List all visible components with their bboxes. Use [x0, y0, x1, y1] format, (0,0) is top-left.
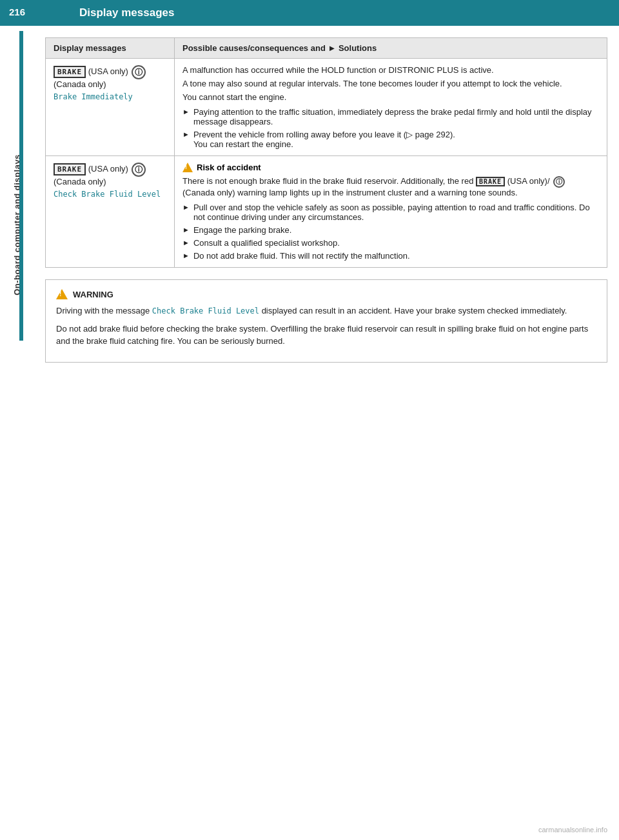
causes-col-1: A malfunction has occurred while the HOL…	[175, 59, 607, 156]
bullet-text-1-2: Prevent the vehicle from rolling away be…	[193, 130, 455, 149]
circle-i-inline: ⓘ	[553, 176, 565, 188]
display-message-1: Brake Immediately	[54, 92, 133, 101]
arrow-icon-5: ►	[182, 239, 190, 246]
warning-para-2: Do not add brake fluid before checking t…	[56, 323, 596, 348]
col-header-causes: Possible causes/consequences and ► Solut…	[175, 38, 607, 59]
brake-badge-text: BRAKE	[54, 66, 86, 78]
cause-intro-2: There is not enough brake fluid in the b…	[182, 176, 599, 197]
main-content: Display messages Possible causes/consequ…	[34, 26, 619, 374]
bullet-1-1: ► Paying attention to the traffic situat…	[182, 107, 599, 126]
table-row: BRAKE (USA only) ⓘ (Canada only) Brake I…	[46, 59, 607, 156]
arrow-icon-3: ►	[182, 203, 190, 211]
circle-i-icon-1: ⓘ	[132, 65, 146, 79]
col-header-display: Display messages	[46, 38, 175, 59]
cause-intro-1: A malfunction has occurred while the HOL…	[182, 65, 599, 75]
arrow-icon-2: ►	[182, 130, 190, 138]
arrow-icon-6: ►	[182, 252, 190, 259]
arrow-icon-4: ►	[182, 226, 190, 234]
risk-of-accident-header: ! Risk of accident	[182, 163, 599, 172]
warning-code-text: Check Brake Fluid Level	[152, 306, 259, 315]
bullet-text-2-3: Consult a qualified specialist workshop.	[193, 238, 340, 248]
bullet-2-2: ► Engage the parking brake.	[182, 225, 599, 235]
bullet-text-2-1: Pull over and stop the vehicle safely as…	[193, 203, 599, 222]
brake-badge-inline: BRAKE	[476, 177, 505, 186]
header-bar: 216 Display messages	[0, 0, 619, 26]
bullet-text-2-4: Do not add brake fluid. This will not re…	[193, 251, 410, 261]
page-title: Display messages	[68, 0, 619, 26]
display-col-2: BRAKE (USA only) ⓘ (Canada only) Check B…	[46, 156, 175, 268]
arrow-icon-1: ►	[182, 108, 190, 115]
sidebar-accent-bar	[19, 31, 23, 341]
cause-para2-1: A tone may also sound at regular interva…	[182, 79, 599, 88]
warning-triangle-icon: !	[182, 163, 193, 172]
table-row: BRAKE (USA only) ⓘ (Canada only) Check B…	[46, 156, 607, 268]
bullet-2-1: ► Pull over and stop the vehicle safely …	[182, 203, 599, 222]
display-message-2: Check Brake Fluid Level	[54, 190, 161, 199]
circle-i-icon-2: ⓘ	[132, 163, 146, 177]
bullet-1-2: ► Prevent the vehicle from rolling away …	[182, 130, 599, 149]
brake-badge-text-2: BRAKE	[54, 163, 86, 175]
bullet-2-4: ► Do not add brake fluid. This will not …	[182, 251, 599, 261]
brake-badge-2: BRAKE (USA only) ⓘ (Canada only)	[54, 163, 166, 186]
risk-header-text: Risk of accident	[197, 163, 261, 172]
page-number: 216	[0, 0, 34, 26]
warning-box: ! WARNING Driving with the message Check…	[45, 279, 607, 363]
display-messages-table: Display messages Possible causes/consequ…	[45, 37, 607, 268]
display-col-1: BRAKE (USA only) ⓘ (Canada only) Brake I…	[46, 59, 175, 156]
bullet-text-2-2: Engage the parking brake.	[193, 225, 292, 235]
warning-title: ! WARNING	[56, 289, 596, 299]
brake-badge-1: BRAKE (USA only) ⓘ (Canada only)	[54, 65, 166, 89]
causes-col-2: ! Risk of accident There is not enough b…	[175, 156, 607, 268]
sidebar: On-board computer and displays	[0, 31, 34, 418]
watermark: carmanualsonline.info	[538, 826, 607, 834]
cause-para3-1: You cannot start the engine.	[182, 92, 599, 102]
bullet-text-1-1: Paying attention to the traffic situatio…	[193, 107, 599, 126]
warning-triangle-icon-2: !	[56, 289, 68, 299]
warning-label: WARNING	[73, 290, 113, 299]
bullet-2-3: ► Consult a qualified specialist worksho…	[182, 238, 599, 248]
warning-para-1: Driving with the message Check Brake Flu…	[56, 305, 596, 317]
